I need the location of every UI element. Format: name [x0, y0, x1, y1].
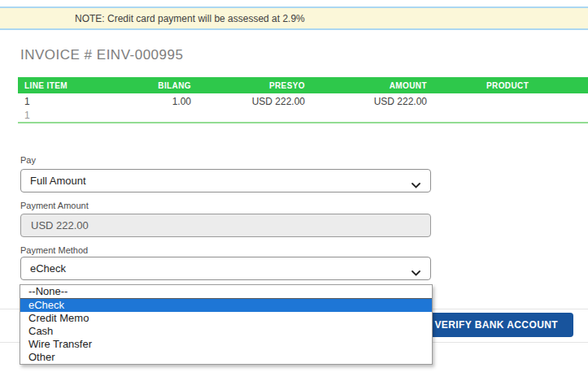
table-row: 1	[18, 109, 588, 122]
payment-amount-input[interactable]	[20, 214, 431, 237]
pay-select[interactable]: Full Amount	[20, 169, 431, 192]
payment-method-label: Payment Method	[20, 245, 88, 255]
table-row: 1 1.00 USD 222.00 USD 222.00	[18, 93, 588, 109]
cell-line-item: 1	[18, 93, 122, 109]
column-header-bilang: BILANG	[122, 77, 191, 93]
dropdown-option-cash[interactable]: Cash	[20, 325, 432, 338]
payment-amount-label: Payment Amount	[20, 201, 89, 210]
chevron-down-icon	[412, 266, 420, 279]
column-header-amount: AMOUNT	[305, 77, 427, 93]
invoice-line-items-table: LINE ITEM BILANG PRESYO AMOUNT PRODUCT 1…	[18, 77, 588, 122]
table-underline	[18, 122, 588, 123]
dropdown-option-wire-transfer[interactable]: Wire Transfer	[20, 338, 432, 351]
column-header-line-item: LINE ITEM	[18, 77, 122, 93]
dropdown-option-none[interactable]: --None--	[20, 285, 432, 299]
dropdown-option-echeck[interactable]: eCheck	[20, 299, 432, 312]
cell-amount: USD 222.00	[305, 93, 427, 109]
cell-presyo: USD 222.00	[191, 93, 305, 109]
chevron-down-icon	[412, 179, 420, 191]
dropdown-option-credit-memo[interactable]: Credit Memo	[20, 312, 432, 325]
pay-label: Pay	[20, 155, 36, 165]
verify-bank-account-button[interactable]: VERIFY BANK ACCOUNT	[419, 313, 573, 337]
cell-line-item: 1	[18, 109, 122, 122]
payment-method-select[interactable]: eCheck	[20, 257, 431, 280]
cell-product	[427, 93, 588, 109]
column-header-product: PRODUCT	[427, 77, 588, 93]
page-title: INVOICE # EINV-000995	[20, 47, 183, 63]
column-header-presyo: PRESYO	[191, 77, 305, 93]
dropdown-option-other[interactable]: Other	[20, 351, 432, 364]
payment-method-select-value: eCheck	[30, 262, 66, 275]
note-banner: NOTE: Credit card payment will be assess…	[0, 6, 588, 30]
table-header-row: LINE ITEM BILANG PRESYO AMOUNT PRODUCT	[18, 77, 588, 93]
note-banner-text: NOTE: Credit card payment will be assess…	[75, 13, 305, 24]
cell-bilang: 1.00	[122, 93, 191, 109]
pay-select-value: Full Amount	[30, 175, 86, 187]
payment-method-dropdown-list: --None-- eCheck Credit Memo Cash Wire Tr…	[20, 284, 433, 365]
